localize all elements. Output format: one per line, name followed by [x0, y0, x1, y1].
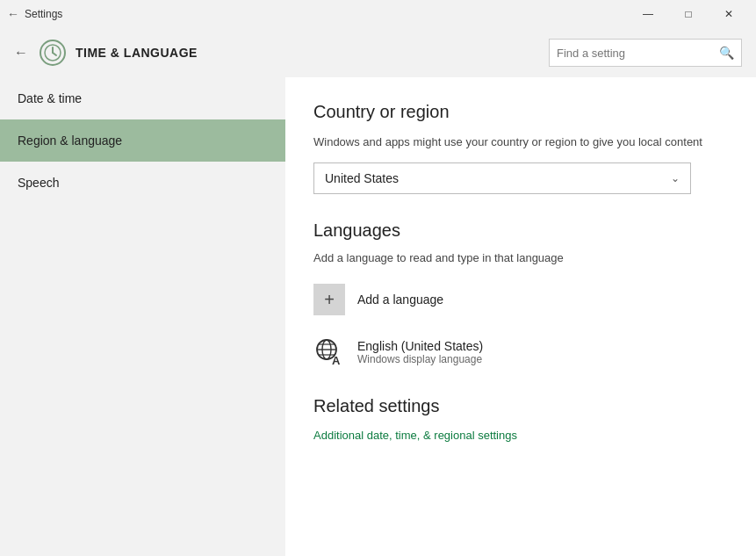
search-box[interactable]: 🔍 [549, 39, 742, 67]
language-item: A English (United States) Windows displa… [313, 333, 728, 372]
country-section-desc: Windows and apps might use your country … [313, 134, 728, 150]
language-icon: A [313, 336, 345, 368]
country-selected-value: United States [325, 171, 399, 185]
related-settings-title: Related settings [313, 396, 728, 416]
settings-back-icon: ← [7, 7, 19, 21]
content-area: Country or region Windows and apps might… [285, 77, 756, 556]
sidebar-item-speech[interactable]: Speech [0, 162, 285, 204]
window-controls: — □ ✕ [628, 0, 749, 28]
country-dropdown[interactable]: United States ⌄ [313, 162, 691, 194]
add-language-button[interactable]: + Add a language [313, 280, 443, 319]
maximize-button[interactable]: □ [668, 0, 709, 28]
languages-desc: Add a language to read and type in that … [313, 251, 728, 264]
titlebar-title: Settings [25, 8, 628, 20]
time-language-icon [39, 39, 67, 67]
main-area: Date & time Region & language Speech Cou… [0, 77, 756, 556]
close-button[interactable]: ✕ [709, 0, 749, 28]
sidebar-item-date-time[interactable]: Date & time [0, 77, 285, 119]
language-info: English (United States) Windows display … [357, 339, 483, 365]
related-settings-section: Related settings Additional date, time, … [313, 396, 728, 443]
language-sub: Windows display language [357, 353, 483, 365]
languages-title: Languages [313, 220, 728, 241]
svg-line-3 [53, 53, 56, 55]
plus-icon: + [313, 284, 345, 315]
dropdown-arrow-icon: ⌄ [671, 172, 680, 184]
svg-text:A: A [332, 354, 341, 366]
sidebar-item-region-language[interactable]: Region & language [0, 119, 285, 162]
header-title: TIME & LANGUAGE [76, 46, 549, 60]
language-name: English (United States) [357, 339, 483, 353]
sidebar: Date & time Region & language Speech [0, 77, 285, 556]
titlebar: ← Settings — □ ✕ [0, 0, 756, 28]
minimize-button[interactable]: — [628, 0, 668, 28]
search-icon: 🔍 [719, 46, 734, 60]
country-region-section: Country or region Windows and apps might… [313, 102, 728, 194]
search-input[interactable] [557, 47, 719, 60]
languages-section: Languages Add a language to read and typ… [313, 220, 728, 372]
country-section-title: Country or region [313, 102, 728, 122]
back-button[interactable]: ← [14, 45, 28, 61]
add-language-label: Add a language [357, 292, 443, 307]
header: ← TIME & LANGUAGE 🔍 [0, 28, 756, 77]
additional-date-time-link[interactable]: Additional date, time, & regional settin… [313, 429, 517, 442]
